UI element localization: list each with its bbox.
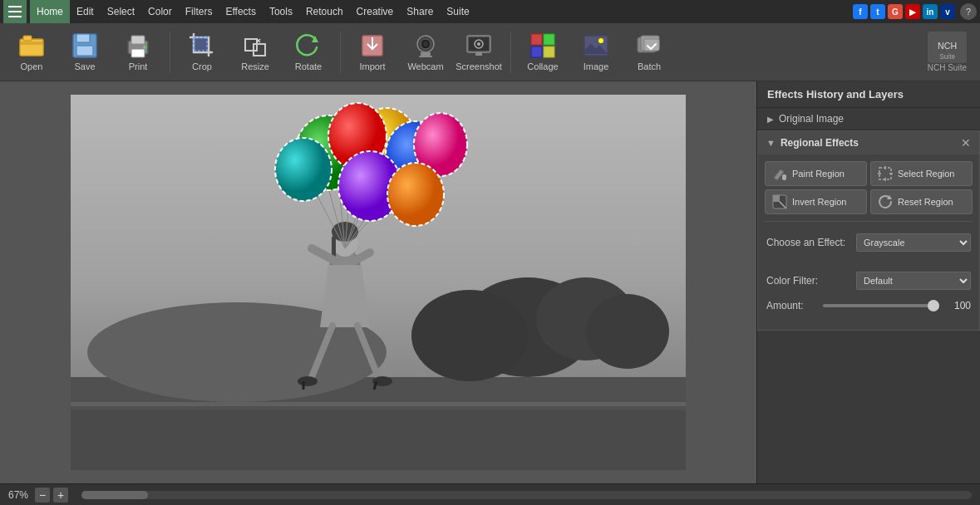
menu-retouch[interactable]: Retouch — [299, 0, 350, 23]
scroll-thumb[interactable] — [81, 491, 148, 499]
zoom-controls: − + — [35, 488, 68, 503]
help-button[interactable]: ? — [960, 3, 977, 20]
vimeo-icon[interactable]: v — [940, 4, 955, 19]
nch-suite-button[interactable]: NCHSuite NCH Suite — [921, 28, 973, 76]
svg-rect-10 — [194, 37, 207, 51]
save-button[interactable]: Save — [60, 27, 110, 78]
statusbar: 67% − + — [0, 483, 980, 505]
regional-effects-section: ▼ Regional Effects ✕ Paint Region — [757, 130, 980, 331]
resize-button[interactable]: Resize — [230, 27, 280, 78]
amount-value: 100 — [946, 300, 971, 311]
youtube-icon[interactable]: ▶ — [905, 4, 920, 19]
crop-icon — [189, 32, 215, 59]
svg-marker-53 — [320, 265, 370, 327]
svg-point-42 — [411, 290, 528, 381]
slider-thumb[interactable] — [928, 300, 939, 311]
regional-effects-header[interactable]: ▼ Regional Effects ✕ — [758, 131, 979, 154]
svg-rect-7 — [131, 36, 145, 44]
menu-tools[interactable]: Tools — [263, 0, 299, 23]
google-icon[interactable]: G — [888, 4, 903, 19]
svg-point-17 — [423, 42, 428, 47]
svg-rect-27 — [531, 47, 542, 57]
reset-region-button[interactable]: Reset Region — [870, 189, 973, 214]
resize-label: Resize — [241, 61, 269, 71]
regional-effects-arrow: ▼ — [766, 138, 776, 148]
svg-rect-18 — [421, 52, 431, 56]
print-button[interactable]: Print — [113, 27, 163, 78]
image-button[interactable]: Image — [571, 27, 621, 78]
amount-slider[interactable] — [823, 304, 939, 307]
choose-effect-label: Choose an Effect: — [766, 237, 849, 248]
hamburger-menu[interactable] — [3, 0, 27, 23]
webcam-icon — [412, 32, 439, 59]
svg-rect-19 — [419, 56, 432, 57]
print-label: Print — [129, 61, 148, 71]
toolbar-divider-2 — [340, 32, 341, 73]
twitter-icon[interactable]: t — [870, 4, 885, 19]
svg-rect-24 — [475, 52, 482, 56]
collage-label: Collage — [527, 61, 558, 71]
amount-label: Amount: — [766, 300, 816, 311]
svg-point-43 — [586, 294, 669, 369]
collage-button[interactable]: Collage — [518, 27, 568, 78]
collage-icon — [529, 32, 556, 59]
menu-home[interactable]: Home — [30, 0, 70, 23]
menu-edit[interactable]: Edit — [70, 0, 101, 23]
svg-rect-2 — [23, 36, 32, 41]
webcam-label: Webcam — [407, 61, 443, 71]
batch-button[interactable]: Batch — [624, 27, 674, 78]
screenshot-button[interactable]: Screenshot — [454, 27, 504, 78]
invert-region-label: Invert Region — [792, 197, 846, 207]
menu-filters[interactable]: Filters — [179, 0, 219, 23]
rotate-icon — [295, 32, 322, 59]
menu-select[interactable]: Select — [101, 0, 141, 23]
horizontal-scrollbar[interactable] — [81, 491, 972, 499]
original-image-layer[interactable]: ▶ Original Image — [757, 108, 980, 130]
effect-select[interactable]: Grayscale Sepia Blur Sharpen Brightness … — [856, 233, 971, 252]
zoom-in-button[interactable]: + — [53, 488, 68, 503]
reset-region-label: Reset Region — [898, 197, 953, 207]
paint-region-button[interactable]: Paint Region — [765, 161, 867, 186]
import-icon — [359, 32, 386, 59]
open-label: Open — [21, 61, 43, 71]
select-region-button[interactable]: Select Region — [870, 161, 973, 186]
regional-effects-close[interactable]: ✕ — [961, 136, 971, 150]
slider-track — [823, 304, 939, 307]
menu-color[interactable]: Color — [141, 0, 179, 23]
rotate-label: Rotate — [295, 61, 322, 71]
menu-suite[interactable]: Suite — [440, 0, 475, 23]
menu-effects[interactable]: Effects — [219, 0, 262, 23]
choose-effect-row: Choose an Effect: Grayscale Sepia Blur S… — [758, 228, 979, 257]
svg-rect-26 — [544, 34, 554, 45]
menu-share[interactable]: Share — [400, 0, 440, 23]
invert-region-button[interactable]: Invert Region — [765, 189, 867, 214]
batch-icon — [636, 32, 662, 59]
svg-rect-25 — [531, 34, 542, 45]
color-filter-row: Color Filter: Default Red Green Blue — [758, 267, 979, 295]
save-label: Save — [74, 61, 95, 71]
color-filter-select[interactable]: Default Red Green Blue — [856, 272, 971, 290]
svg-rect-4 — [76, 34, 90, 42]
regional-effects-title: Regional Effects — [781, 137, 961, 149]
crop-button[interactable]: Crop — [177, 27, 227, 78]
menu-creative[interactable]: Creative — [350, 0, 401, 23]
toolbar-divider-3 — [510, 32, 511, 73]
zoom-out-button[interactable]: − — [35, 488, 50, 503]
open-button[interactable]: Open — [7, 27, 57, 78]
svg-point-23 — [477, 42, 480, 46]
rotate-button[interactable]: Rotate — [283, 27, 333, 78]
webcam-button[interactable]: Webcam — [401, 27, 451, 78]
linkedin-icon[interactable]: in — [923, 4, 938, 19]
svg-rect-8 — [131, 49, 145, 57]
color-filter-label: Color Filter: — [766, 275, 849, 287]
facebook-icon[interactable]: f — [853, 4, 868, 19]
select-icon — [878, 166, 893, 181]
screenshot-label: Screenshot — [456, 61, 502, 71]
import-button[interactable]: Import — [347, 27, 397, 78]
save-icon — [71, 32, 98, 59]
resize-icon — [242, 32, 268, 59]
main-area: Effects History and Layers ▶ Original Im… — [0, 81, 980, 483]
image-icon — [583, 32, 609, 59]
right-panel: Effects History and Layers ▶ Original Im… — [756, 81, 980, 483]
canvas-area[interactable] — [0, 81, 756, 483]
